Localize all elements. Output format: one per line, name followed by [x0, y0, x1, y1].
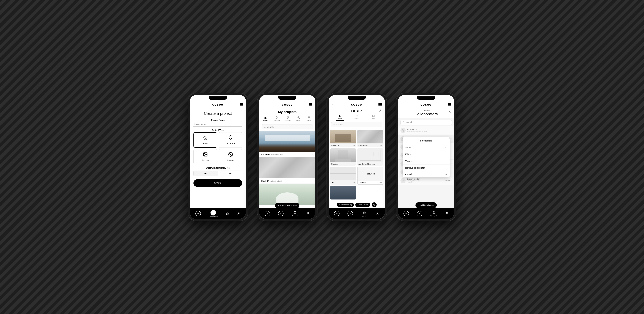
lb-bottom-btns: + Add something + Bulk Upload — [329, 201, 385, 208]
nav-create-3[interactable] — [348, 211, 353, 216]
user-nav-icon-3 — [376, 212, 379, 216]
role-option-viewer[interactable]: Viewer — [402, 158, 450, 164]
project-card-lil-blue[interactable]: LIL BLUE by Kristina Leigh ••• — [259, 131, 315, 157]
plumbing-label: Plumbing — [331, 163, 338, 165]
collab-brandy-chevron: ▼ — [450, 180, 452, 181]
create-button[interactable]: Create — [194, 179, 242, 187]
nav-create-1[interactable]: Create Project — [209, 210, 218, 217]
project-menu-falkon[interactable]: ••• — [311, 180, 313, 182]
role-option-remove[interactable]: Remove collaborator — [402, 164, 450, 171]
nav-upload-2[interactable] — [265, 211, 270, 216]
collab-j2-chevron: ▼ — [450, 163, 452, 164]
tab-landscape[interactable]: Landscape — [272, 116, 282, 122]
collab-search-input[interactable] — [406, 121, 450, 124]
back-button-1[interactable]: ← — [193, 103, 196, 106]
create-new-project-button[interactable]: + Create new project — [275, 203, 299, 208]
collab-project-name: Lil Blue — [401, 109, 451, 112]
lb-card-cabinet[interactable] — [330, 186, 356, 199]
lb-tab-mood[interactable]: Mood — [370, 114, 377, 121]
project-name-input[interactable] — [194, 122, 242, 127]
role-option-editor[interactable]: Editor — [402, 151, 450, 158]
app-logo-4: cosee — [420, 103, 432, 107]
lb-card-arch[interactable]: Architectural Drawings ••• — [357, 149, 383, 166]
app-header-4: ← cosee — [398, 101, 454, 108]
type-card-landscape[interactable]: Landscape — [219, 132, 242, 148]
nav-user-4[interactable] — [445, 212, 448, 216]
share-button[interactable] — [372, 202, 376, 207]
hamburger-menu-4[interactable] — [448, 103, 451, 106]
project-menu-lil-blue[interactable]: ••• — [311, 153, 313, 156]
cabinet-img — [330, 186, 356, 199]
add-something-button[interactable]: + Add something — [337, 203, 354, 207]
plumbing-menu[interactable]: ••• — [353, 163, 355, 165]
svg-point-28 — [402, 180, 403, 181]
lb-card-tile[interactable]: Tile ••• — [330, 167, 356, 185]
hardwood-label: Hardwood — [359, 182, 366, 183]
lb-tab-where-label: Where — [354, 118, 359, 120]
notch-2 — [278, 96, 296, 100]
tab-queue[interactable]: Queue — [306, 116, 312, 122]
role-cancel-button[interactable]: Cancel — [405, 173, 412, 175]
lb-gear-icon[interactable] — [379, 109, 382, 113]
app-header-1: ← cosee — [190, 101, 246, 108]
nav-home-3[interactable]: My projects — [361, 211, 368, 217]
lb-search-input[interactable] — [336, 123, 380, 126]
tab-home[interactable]: Home — [262, 116, 269, 122]
hamburger-menu-3[interactable] — [378, 103, 382, 106]
role-ok-button[interactable]: OK — [444, 173, 447, 175]
projects-search-input[interactable] — [267, 126, 311, 128]
nav-upload-3[interactable] — [334, 211, 340, 216]
lb-tab-where[interactable]: Where — [353, 114, 361, 121]
hamburger-menu-2[interactable] — [309, 103, 312, 106]
svg-point-17 — [374, 204, 375, 204]
nav-upload-4[interactable] — [404, 211, 409, 216]
role-option-admin[interactable]: Admin ✓ — [402, 144, 450, 151]
phone-2: cosee My projects Home — [257, 93, 318, 221]
nav-home-2[interactable]: My projects — [292, 211, 298, 217]
project-card-falkon[interactable]: FALKON by Kristina Leigh ••• — [259, 157, 315, 184]
hardwood-menu[interactable]: ••• — [380, 181, 382, 184]
lb-card-hardwood[interactable]: Hardwood Hardwood ••• — [357, 167, 383, 185]
back-button-3[interactable]: ← — [332, 103, 335, 106]
collab-gear-icon[interactable] — [448, 110, 451, 114]
nav-myprojects-label-2: My projects — [292, 215, 298, 217]
add-collaborator-button[interactable]: + Add Collaborator — [416, 202, 437, 208]
appliances-menu[interactable]: ••• — [353, 144, 355, 147]
nav-user-3[interactable] — [376, 212, 379, 216]
collab-brandy-role[interactable]: Viewer ▼ — [445, 180, 452, 181]
lb-card-countertops[interactable]: Countertops ••• — [357, 130, 383, 147]
notch-1 — [209, 96, 227, 100]
info-icon[interactable]: i — [228, 167, 230, 169]
notch-area-4 — [398, 95, 454, 101]
template-label: Start with template? — [206, 167, 226, 169]
countertops-menu[interactable]: ••• — [380, 144, 382, 147]
tile-menu[interactable]: ••• — [353, 181, 355, 183]
lb-tab-what[interactable]: What — [336, 114, 344, 121]
type-card-custom[interactable]: Custom — [219, 149, 242, 164]
nav-upload-1[interactable] — [196, 211, 201, 216]
bulk-upload-button[interactable]: + Bulk Upload — [355, 203, 370, 207]
create-icon-4 — [417, 211, 422, 216]
tab-custom[interactable]: Custom — [295, 116, 302, 122]
lb-card-appliances[interactable]: Appliances ••• — [330, 130, 356, 147]
type-card-pictures[interactable]: Pictures — [194, 149, 217, 164]
yes-button[interactable]: Yes — [194, 170, 218, 176]
project-img-3 — [259, 184, 315, 205]
hamburger-menu-1[interactable] — [240, 103, 243, 106]
nav-create-2[interactable] — [278, 211, 284, 216]
project-card-3[interactable] — [259, 184, 315, 205]
nav-home-4[interactable]: My projects — [430, 211, 437, 217]
arch-menu[interactable]: ••• — [380, 163, 382, 165]
svg-point-11 — [308, 212, 309, 213]
type-card-home[interactable]: Home — [194, 132, 217, 148]
nav-user-1[interactable] — [237, 212, 240, 216]
tab-pictures[interactable]: Pictures — [284, 116, 292, 122]
no-button[interactable]: No — [218, 170, 242, 176]
collab-item-brandy[interactable]: Brandy Morton Brandy@falkon.net ..on 8/4… — [398, 176, 454, 185]
lb-card-plumbing[interactable]: Plumbing ••• — [330, 149, 356, 166]
type-label-landscape: Landscape — [226, 142, 236, 145]
nav-create-4[interactable] — [417, 211, 422, 216]
back-button-4[interactable]: ← — [401, 103, 404, 106]
nav-home-1[interactable] — [226, 212, 229, 216]
nav-user-2[interactable] — [306, 212, 310, 216]
